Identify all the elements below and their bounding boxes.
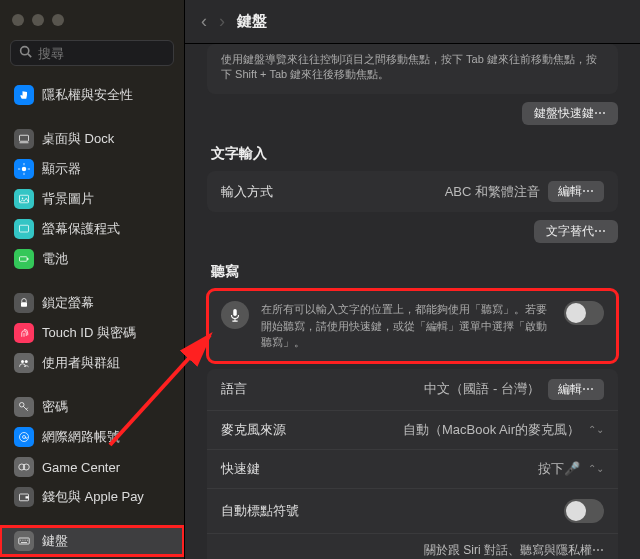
svg-rect-11 [20,225,29,232]
keyboard-shortcuts-button[interactable]: 鍵盤快速鍵⋯ [522,102,618,125]
mic-source-row[interactable]: 麥克風來源 自動（MacBook Air的麥克風） ⌃⌄ [207,411,618,450]
svg-rect-14 [21,302,27,307]
main-pane: ‹ › 鍵盤 使用鍵盤導覽來往往控制項目之間移動焦點，按下 Tab 鍵來往前移動… [185,0,640,559]
chevron-updown-icon: ⌃⌄ [588,463,604,474]
edit-language-button[interactable]: 編輯⋯ [548,379,604,400]
svg-point-16 [25,360,28,363]
svg-point-10 [22,198,24,200]
lock-icon [14,293,34,313]
shortcut-row[interactable]: 快速鍵 按下🎤 ⌃⌄ [207,450,618,489]
sidebar-item-sun[interactable]: 顯示器 [0,154,184,184]
photo-icon [14,189,34,209]
sidebar: 隱私權與安全性桌面與 Dock顯示器背景圖片螢幕保護程式電池鎖定螢幕Touch … [0,0,185,559]
input-source-value: ABC 和繁體注音 [445,183,540,201]
shortcut-label: 快速鍵 [221,460,260,478]
mic-source-label: 麥克風來源 [221,421,286,439]
svg-rect-12 [20,257,28,262]
zoom-window-icon[interactable] [52,14,64,26]
svg-rect-26 [19,538,30,544]
sidebar-item-label: 螢幕保護程式 [42,220,120,238]
input-source-label: 輸入方式 [221,183,273,201]
wallet-icon [14,487,34,507]
dictation-description: 在所有可以輸入文字的位置上，都能夠使用「聽寫」。若要開始聽寫，請使用快速鍵，或從… [261,301,552,351]
section-title-text-input: 文字輸入 [211,145,618,163]
dictation-language-label: 語言 [221,380,247,398]
edit-input-source-button[interactable]: 編輯⋯ [548,181,604,202]
users-icon [14,353,34,373]
text-substitution-button[interactable]: 文字替代⋯ [534,220,618,243]
section-title-dictation: 聽寫 [211,263,618,281]
sidebar-item-finger[interactable]: Touch ID 與密碼 [0,318,184,348]
sidebar-item-label: 鎖定螢幕 [42,294,94,312]
key-icon [14,397,34,417]
svg-point-0 [21,47,29,55]
svg-point-23 [23,464,29,470]
sidebar-item-users[interactable]: 使用者與群組 [0,348,184,378]
sidebar-item-label: 密碼 [42,398,68,416]
svg-point-4 [22,167,27,172]
search-icon [19,45,32,61]
siri-privacy-link[interactable]: 關於跟 Siri 對話、聽寫與隱私權⋯ [207,534,618,560]
auto-punctuation-row: 自動標點符號 [207,489,618,534]
keyboard-nav-note-text: 使用鍵盤導覽來往往控制項目之間移動焦點，按下 Tab 鍵來往前移動焦點，按下 S… [221,52,604,82]
sidebar-item-label: 使用者與群組 [42,354,120,372]
sidebar-item-screen[interactable]: 螢幕保護程式 [0,214,184,244]
input-source-row: 輸入方式 ABC 和繁體注音 編輯⋯ [207,171,618,212]
sidebar-item-label: 錢包與 Apple Pay [42,488,144,506]
svg-rect-13 [27,258,29,260]
keyboard-nav-note-panel: 使用鍵盤導覽來往往控制項目之間移動焦點，按下 Tab 鍵來往前移動焦點，按下 S… [207,44,618,94]
sidebar-item-label: Game Center [42,460,120,475]
search-field[interactable] [10,40,174,66]
desktop-icon [14,129,34,149]
sidebar-item-lock[interactable]: 鎖定螢幕 [0,288,184,318]
dictation-toggle[interactable] [564,301,604,325]
at-icon [14,427,34,447]
mic-source-value: 自動（MacBook Air的麥克風） [403,421,580,439]
dictation-toggle-highlight: 在所有可以輸入文字的位置上，都能夠使用「聽寫」。若要開始聽寫，請使用快速鍵，或從… [207,289,618,363]
sidebar-item-desktop[interactable]: 桌面與 Dock [0,124,184,154]
sidebar-item-label: 隱私權與安全性 [42,86,133,104]
minimize-window-icon[interactable] [32,14,44,26]
sidebar-item-photo[interactable]: 背景圖片 [0,184,184,214]
sidebar-item-label: 鍵盤 [42,532,68,550]
sidebar-item-key[interactable]: 密碼 [0,392,184,422]
battery-icon [14,249,34,269]
sidebar-item-label: Touch ID 與密碼 [42,324,136,342]
sidebar-item-keyboard[interactable]: 鍵盤 [0,526,184,556]
auto-punctuation-toggle[interactable] [564,499,604,523]
sidebar-item-wallet[interactable]: 錢包與 Apple Pay [0,482,184,512]
svg-point-21 [23,436,26,439]
svg-point-15 [21,360,24,363]
sidebar-item-battery[interactable]: 電池 [0,244,184,274]
search-input[interactable] [38,46,206,61]
chevron-updown-icon: ⌃⌄ [588,424,604,435]
back-button[interactable]: ‹ [201,11,207,32]
sidebar-item-at[interactable]: 網際網路帳號 [0,422,184,452]
shortcut-value: 按下🎤 [538,460,580,478]
main-header: ‹ › 鍵盤 [185,0,640,44]
sidebar-item-hand[interactable]: 隱私權與安全性 [0,80,184,110]
svg-rect-2 [20,135,29,141]
dictation-language-row: 語言 中文（國語 - 台灣） 編輯⋯ [207,369,618,411]
finger-icon [14,323,34,343]
sidebar-item-label: 顯示器 [42,160,81,178]
hand-icon [14,85,34,105]
svg-rect-25 [26,496,29,498]
svg-line-19 [26,408,28,410]
sun-icon [14,159,34,179]
sidebar-item-label: 網際網路帳號 [42,428,120,446]
sidebar-item-game[interactable]: Game Center [0,452,184,482]
close-window-icon[interactable] [12,14,24,26]
sidebar-item-label: 背景圖片 [42,190,94,208]
sidebar-item-label: 桌面與 Dock [42,130,114,148]
microphone-icon [221,301,249,329]
page-title: 鍵盤 [237,12,267,31]
auto-punctuation-label: 自動標點符號 [221,502,299,520]
screen-icon [14,219,34,239]
svg-rect-38 [233,309,237,316]
game-icon [14,457,34,477]
titlebar [0,0,184,40]
sidebar-nav: 隱私權與安全性桌面與 Dock顯示器背景圖片螢幕保護程式電池鎖定螢幕Touch … [0,76,184,559]
sidebar-item-label: 電池 [42,250,68,268]
forward-button[interactable]: › [219,11,225,32]
